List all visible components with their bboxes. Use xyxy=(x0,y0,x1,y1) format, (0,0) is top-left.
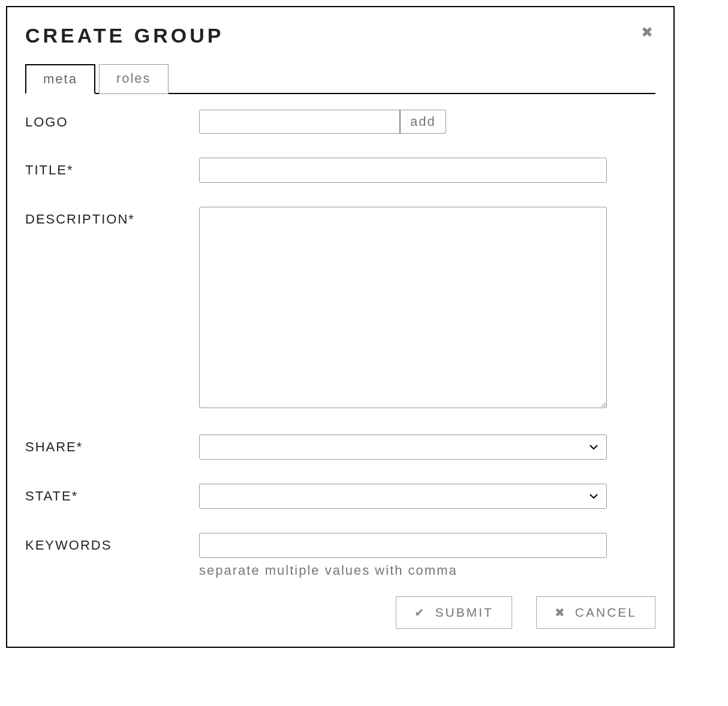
dialog-actions: ✔ SUBMIT ✖ CANCEL xyxy=(25,596,655,629)
description-label: DESCRIPTION* xyxy=(25,207,199,227)
title-input[interactable] xyxy=(199,158,607,183)
dialog-header: CREATE GROUP ✖ xyxy=(25,24,655,47)
logo-row: LOGO add xyxy=(25,110,655,134)
logo-input-group: add xyxy=(199,110,607,134)
create-group-dialog: CREATE GROUP ✖ meta roles LOGO add TITLE… xyxy=(6,6,675,648)
description-input[interactable] xyxy=(199,207,607,408)
keywords-row: KEYWORDS separate multiple values with c… xyxy=(25,533,655,578)
tab-roles[interactable]: roles xyxy=(99,64,169,94)
state-select[interactable] xyxy=(199,484,607,509)
close-icon[interactable]: ✖ xyxy=(639,24,655,41)
dialog-title: CREATE GROUP xyxy=(25,24,224,47)
state-label: STATE* xyxy=(25,484,199,504)
share-row: SHARE* xyxy=(25,435,655,460)
add-logo-button[interactable]: add xyxy=(399,110,446,134)
share-select[interactable] xyxy=(199,435,607,460)
submit-button[interactable]: ✔ SUBMIT xyxy=(396,596,512,629)
tabs: meta roles xyxy=(25,64,655,94)
submit-label: SUBMIT xyxy=(435,605,493,620)
title-label: TITLE* xyxy=(25,158,199,178)
keywords-input[interactable] xyxy=(199,533,607,558)
description-row: DESCRIPTION* xyxy=(25,207,655,411)
logo-input[interactable] xyxy=(199,110,400,134)
title-row: TITLE* xyxy=(25,158,655,183)
share-label: SHARE* xyxy=(25,435,199,455)
cancel-button[interactable]: ✖ CANCEL xyxy=(536,596,655,629)
state-row: STATE* xyxy=(25,484,655,509)
keywords-label: KEYWORDS xyxy=(25,533,199,553)
cancel-label: CANCEL xyxy=(575,605,637,620)
tab-meta[interactable]: meta xyxy=(25,64,95,94)
keywords-hint: separate multiple values with comma xyxy=(199,563,607,578)
check-icon: ✔ xyxy=(414,605,426,620)
form-body: LOGO add TITLE* DESCRIPTION* SHARE* xyxy=(25,110,655,578)
x-icon: ✖ xyxy=(555,605,567,620)
logo-label: LOGO xyxy=(25,110,199,130)
